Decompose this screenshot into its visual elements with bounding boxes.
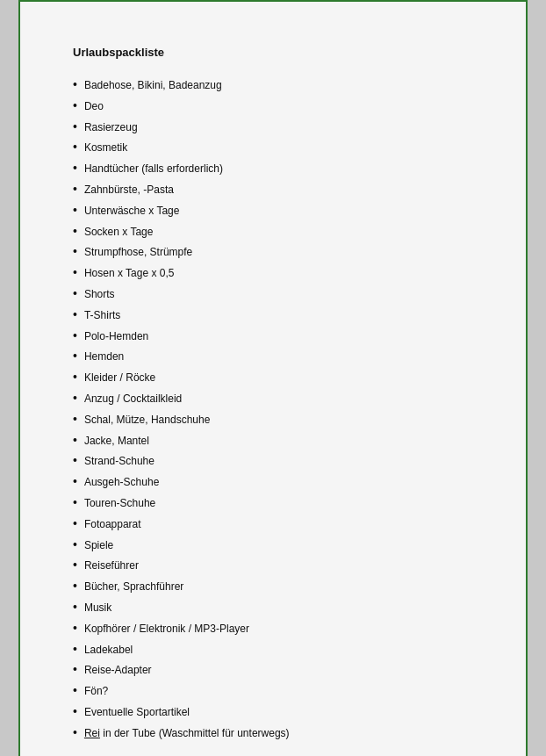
- bullet-icon: •: [73, 723, 77, 744]
- bullet-icon: •: [73, 514, 77, 535]
- list-item-text: Unterwäsche x Tage: [84, 202, 180, 220]
- list-item: •Fotoapparat: [73, 514, 473, 535]
- list-item: •Deo: [73, 96, 473, 117]
- list-item-text: Jacke, Mantel: [84, 432, 149, 450]
- list-item-text: Spiele: [84, 536, 113, 554]
- bullet-icon: •: [73, 388, 77, 409]
- list-item: •Jacke, Mantel: [73, 430, 473, 451]
- list-item: •Zahnbürste, -Pasta: [73, 179, 473, 200]
- list-item: •Kopfhörer / Elektronik / MP3-Player: [73, 618, 473, 639]
- list-item-text: Anzug / Cocktailkleid: [84, 390, 182, 407]
- list-item: •Hemden: [73, 346, 473, 367]
- bullet-icon: •: [73, 535, 77, 556]
- bullet-icon: •: [73, 702, 77, 723]
- bullet-icon: •: [73, 618, 77, 639]
- bullet-icon: •: [73, 450, 77, 472]
- list-item-text: Schal, Mütze, Handschuhe: [84, 411, 210, 428]
- list-item-text: Kleider / Röcke: [84, 369, 155, 386]
- bullet-icon: •: [73, 659, 77, 680]
- list-item: •Handtücher (falls erforderlich): [73, 158, 473, 179]
- list-item-text: Fotoapparat: [84, 515, 141, 533]
- list-item: •Shorts: [73, 284, 473, 305]
- bullet-icon: •: [73, 346, 77, 367]
- list-item: •Rei in der Tube (Waschmittel für unterw…: [73, 723, 473, 744]
- list-item-text: T-Shirts: [84, 306, 120, 324]
- bullet-icon: •: [73, 576, 77, 597]
- list-item-text: Strumpfhose, Strümpfe: [84, 243, 192, 261]
- page-title: Urlaubspackliste: [73, 46, 473, 59]
- bullet-icon: •: [73, 367, 77, 388]
- list-item: •Ladekabel: [73, 639, 473, 660]
- bullet-icon: •: [73, 680, 77, 702]
- bullet-icon: •: [73, 639, 77, 660]
- bullet-icon: •: [73, 430, 77, 451]
- list-item: •Spiele: [73, 535, 473, 556]
- list-item-text: Socken x Tage: [84, 223, 154, 241]
- bullet-icon: •: [73, 221, 77, 242]
- list-item: •Ausgeh-Schuhe: [73, 472, 473, 493]
- bullet-icon: •: [73, 75, 77, 96]
- bullet-icon: •: [73, 179, 77, 200]
- list-item: •Schal, Mütze, Handschuhe: [73, 409, 473, 430]
- bullet-icon: •: [73, 263, 77, 284]
- item-list: •Badehose, Bikini, Badeanzug•Deo•Rasierz…: [73, 75, 473, 744]
- list-item-text: Polo-Hemden: [84, 328, 148, 345]
- bullet-icon: •: [73, 555, 77, 576]
- list-item-text: Hemden: [84, 348, 124, 365]
- list-item: •Strumpfhose, Strümpfe: [73, 241, 473, 263]
- bullet-icon: •: [73, 305, 77, 326]
- bullet-icon: •: [73, 409, 77, 430]
- page-container: Urlaubspackliste •Badehose, Bikini, Bade…: [18, 0, 528, 756]
- list-item-text: Reiseführer: [84, 557, 139, 574]
- list-item-text: Handtücher (falls erforderlich): [84, 160, 223, 177]
- bullet-icon: •: [73, 472, 77, 493]
- list-item-text: Kosmetik: [84, 139, 127, 156]
- list-item: •Reise-Adapter: [73, 659, 473, 680]
- bullet-icon: •: [73, 96, 77, 117]
- list-item: •Rasierzeug: [73, 117, 473, 138]
- list-item: •Strand-Schuhe: [73, 450, 473, 472]
- list-item: •Unterwäsche x Tage: [73, 200, 473, 221]
- bullet-icon: •: [73, 284, 77, 305]
- list-item-text: Strand-Schuhe: [84, 452, 154, 470]
- list-item-text: Hosen x Tage x 0,5: [84, 264, 175, 282]
- bullet-icon: •: [73, 326, 77, 347]
- list-item: •Bücher, Sprachführer: [73, 576, 473, 597]
- list-item-text: Rasierzeug: [84, 119, 138, 136]
- list-item: •Fön?: [73, 680, 473, 702]
- list-item-text: Deo: [84, 97, 104, 115]
- bullet-icon: •: [73, 241, 77, 263]
- list-item: •Anzug / Cocktailkleid: [73, 388, 473, 409]
- bullet-icon: •: [73, 200, 77, 221]
- list-item: •T-Shirts: [73, 305, 473, 326]
- bullet-icon: •: [73, 137, 77, 158]
- list-item-text: Fön?: [84, 682, 108, 700]
- list-item: •Reiseführer: [73, 555, 473, 576]
- list-item-text: Rei in der Tube (Waschmittel für unterwe…: [84, 724, 290, 742]
- list-item: •Kleider / Röcke: [73, 367, 473, 388]
- list-item-text: Kopfhörer / Elektronik / MP3-Player: [84, 620, 249, 637]
- list-item-text: Badehose, Bikini, Badeanzug: [84, 76, 222, 94]
- list-item-text: Ladekabel: [84, 641, 133, 659]
- list-item: •Kosmetik: [73, 137, 473, 158]
- list-item: •Polo-Hemden: [73, 326, 473, 347]
- list-item-text: Zahnbürste, -Pasta: [84, 181, 174, 198]
- list-item-text: Touren-Schuhe: [84, 494, 155, 512]
- list-item: •Touren-Schuhe: [73, 493, 473, 514]
- list-item: •Badehose, Bikini, Badeanzug: [73, 75, 473, 96]
- list-item: •Hosen x Tage x 0,5: [73, 263, 473, 284]
- list-item-text: Ausgeh-Schuhe: [84, 473, 159, 491]
- bullet-icon: •: [73, 158, 77, 179]
- list-item: •Musik: [73, 597, 473, 618]
- list-item-text: Reise-Adapter: [84, 661, 152, 679]
- bullet-icon: •: [73, 493, 77, 514]
- list-item-text: Eventuelle Sportartikel: [84, 703, 190, 721]
- bullet-icon: •: [73, 597, 77, 618]
- list-item-text: Bücher, Sprachführer: [84, 578, 183, 595]
- list-item: •Eventuelle Sportartikel: [73, 702, 473, 723]
- list-item-text: Shorts: [84, 285, 115, 303]
- list-item: •Socken x Tage: [73, 221, 473, 242]
- list-item-text: Musik: [84, 599, 111, 616]
- bullet-icon: •: [73, 117, 77, 138]
